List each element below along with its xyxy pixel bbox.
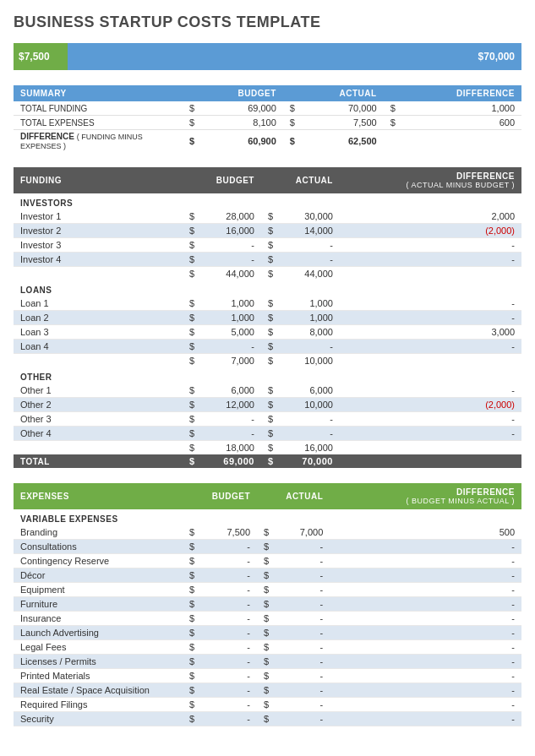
expenses-row-label: Licenses / Permits bbox=[14, 655, 183, 669]
expenses-actual: - bbox=[269, 626, 330, 640]
funding-group-name: OTHER bbox=[14, 367, 521, 383]
funding-actual: - bbox=[274, 238, 340, 253]
progress-max-label: $70,000 bbox=[478, 51, 515, 63]
funding-budget: 6,000 bbox=[195, 383, 261, 398]
summary-header-actual: ACTUAL bbox=[283, 85, 384, 101]
expenses-actual: - bbox=[269, 612, 330, 626]
funding-row: Loan 3 $ 5,000 $ 8,000 3,000 bbox=[14, 325, 521, 340]
expenses-row: Contingency Reserve $ - $ - - bbox=[14, 554, 521, 568]
summary-header-label: SUMMARY bbox=[14, 85, 183, 101]
funding-header-actual: ACTUAL bbox=[261, 167, 340, 193]
funding-row-label: Investor 3 bbox=[14, 238, 183, 253]
funding-group-name: LOANS bbox=[14, 280, 521, 296]
funding-header-label: FUNDING bbox=[14, 167, 183, 193]
funding-diff: 2,000 bbox=[340, 209, 521, 224]
funding-subtotal-row: $ 44,000 $ 44,000 bbox=[14, 267, 521, 281]
expenses-diff: - bbox=[330, 626, 521, 640]
expenses-row: Legal Fees $ - $ - - bbox=[14, 640, 521, 655]
summary-budget-value: 8,100 bbox=[194, 116, 283, 130]
funding-row-label: Loan 4 bbox=[14, 340, 183, 354]
funding-header-budget: BUDGET bbox=[183, 167, 261, 193]
funding-total-label: TOTAL bbox=[14, 454, 183, 468]
funding-table: FUNDING BUDGET ACTUAL DIFFERENCE( ACTUAL… bbox=[14, 167, 521, 468]
expenses-diff: - bbox=[330, 683, 521, 698]
expenses-diff: - bbox=[330, 583, 521, 597]
summary-section: SUMMARY BUDGET ACTUAL DIFFERENCE TOTAL F… bbox=[14, 85, 521, 152]
funding-diff: - bbox=[340, 427, 521, 441]
funding-actual: 14,000 bbox=[274, 224, 340, 238]
funding-row: Loan 2 $ 1,000 $ 1,000 - bbox=[14, 311, 521, 325]
expenses-diff: - bbox=[330, 568, 521, 583]
expenses-row: Launch Advertising $ - $ - - bbox=[14, 626, 521, 640]
expenses-diff: - bbox=[330, 698, 521, 712]
funding-row-label: Other 4 bbox=[14, 427, 183, 441]
funding-row-label: Investor 4 bbox=[14, 253, 183, 267]
funding-budget: 16,000 bbox=[195, 224, 261, 238]
progress-bar: $7,500 $70,000 bbox=[14, 43, 521, 70]
expenses-row-label: Real Estate / Space Acquisition bbox=[14, 683, 183, 698]
expenses-row: Consultations $ - $ - - bbox=[14, 540, 521, 554]
expenses-diff: - bbox=[330, 597, 521, 612]
funding-actual: 8,000 bbox=[274, 325, 340, 340]
expenses-budget: - bbox=[194, 597, 257, 612]
expenses-actual: - bbox=[269, 669, 330, 683]
expenses-diff: 500 bbox=[330, 525, 521, 540]
expenses-actual: - bbox=[269, 640, 330, 655]
summary-diff-label: DIFFERENCE ( FUNDING MINUS EXPENSES ) bbox=[14, 130, 183, 153]
expenses-row-label: Furniture bbox=[14, 597, 183, 612]
summary-header-budget: BUDGET bbox=[183, 85, 283, 101]
expenses-diff: - bbox=[330, 540, 521, 554]
funding-group-name: INVESTORS bbox=[14, 193, 521, 209]
expenses-row: Furniture $ - $ - - bbox=[14, 597, 521, 612]
expenses-row: Real Estate / Space Acquisition $ - $ - … bbox=[14, 683, 521, 698]
expenses-budget: - bbox=[194, 640, 257, 655]
expenses-budget: - bbox=[194, 626, 257, 640]
expenses-row-label: Décor bbox=[14, 568, 183, 583]
funding-row: Other 1 $ 6,000 $ 6,000 - bbox=[14, 383, 521, 398]
expenses-row: Printed Materials $ - $ - - bbox=[14, 669, 521, 683]
summary-row: TOTAL EXPENSES $ 8,100 $ 7,500 $ 600 bbox=[14, 116, 521, 130]
funding-row-label: Loan 2 bbox=[14, 311, 183, 325]
funding-budget: 12,000 bbox=[195, 398, 261, 412]
funding-row-label: Loan 1 bbox=[14, 296, 183, 311]
funding-diff: - bbox=[340, 412, 521, 427]
summary-table: SUMMARY BUDGET ACTUAL DIFFERENCE TOTAL F… bbox=[14, 85, 521, 152]
summary-row-label: TOTAL EXPENSES bbox=[14, 116, 183, 130]
summary-diff-value: 1,000 bbox=[396, 101, 521, 116]
expenses-row: Equipment $ - $ - - bbox=[14, 583, 521, 597]
funding-budget: - bbox=[195, 427, 261, 441]
summary-budget-dollar: $ bbox=[183, 101, 194, 116]
expenses-row: Licenses / Permits $ - $ - - bbox=[14, 655, 521, 669]
summary-row: TOTAL FUNDING $ 69,000 $ 70,000 $ 1,000 bbox=[14, 101, 521, 116]
expenses-budget: - bbox=[194, 698, 257, 712]
funding-actual: - bbox=[274, 412, 340, 427]
progress-bar-fill: $7,500 bbox=[14, 43, 68, 70]
expenses-budget: - bbox=[194, 712, 257, 726]
funding-budget: - bbox=[195, 412, 261, 427]
expenses-row-label: Printed Materials bbox=[14, 669, 183, 683]
summary-budget-value: 69,000 bbox=[194, 101, 283, 116]
expenses-actual: - bbox=[269, 597, 330, 612]
summary-budget-dollar: $ bbox=[183, 116, 194, 130]
page-title: BUSINESS STARTUP COSTS TEMPLATE bbox=[14, 14, 521, 31]
expenses-budget: 7,500 bbox=[194, 525, 257, 540]
funding-diff: - bbox=[340, 238, 521, 253]
funding-subtotal-budget: 44,000 bbox=[195, 267, 261, 281]
funding-actual: - bbox=[274, 427, 340, 441]
expenses-actual: - bbox=[269, 712, 330, 726]
expenses-row-label: Launch Advertising bbox=[14, 626, 183, 640]
expenses-header-actual: ACTUAL bbox=[257, 483, 330, 509]
funding-diff: - bbox=[340, 296, 521, 311]
funding-row-label: Other 3 bbox=[14, 412, 183, 427]
funding-diff: (2,000) bbox=[340, 224, 521, 238]
expenses-row-label: Equipment bbox=[14, 583, 183, 597]
funding-budget: 1,000 bbox=[195, 311, 261, 325]
expenses-actual: - bbox=[269, 683, 330, 698]
expenses-group-name: VARIABLE EXPENSES bbox=[14, 509, 521, 525]
expenses-diff: - bbox=[330, 640, 521, 655]
expenses-actual: - bbox=[269, 583, 330, 597]
funding-budget: 5,000 bbox=[195, 325, 261, 340]
summary-actual-value: 70,000 bbox=[295, 101, 384, 116]
expenses-actual: - bbox=[269, 554, 330, 568]
funding-diff: (2,000) bbox=[340, 398, 521, 412]
